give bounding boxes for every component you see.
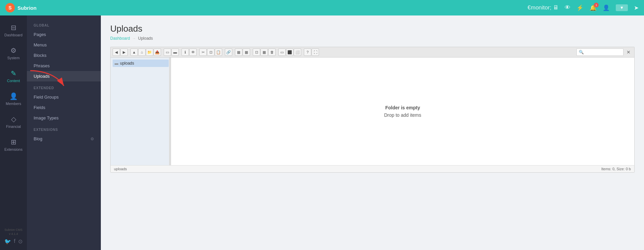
bell-icon[interactable]: 🔔 1 bbox=[590, 4, 597, 11]
content-area: Uploads Dashboard → Uploads ◀ ▶ ▲ ⌂ 📁 📤 … bbox=[101, 15, 644, 250]
breadcrumb-separator: → bbox=[132, 36, 136, 41]
fm-main-area: Folder is empty Drop to add items bbox=[171, 58, 634, 165]
sidebar-item-label-members: Members bbox=[6, 102, 21, 106]
fm-fullscreen-btn[interactable]: ⛶ bbox=[312, 48, 319, 56]
file-manager-body: ▬ uploads Folder is empty Drop to add it… bbox=[111, 58, 634, 165]
breadcrumb-home[interactable]: Dashboard bbox=[110, 36, 130, 41]
fm-copy-btn[interactable]: ⊡ bbox=[207, 48, 214, 56]
sidebar-item-label-extensions: Extensions bbox=[4, 147, 23, 151]
sidebar-item-label-dashboard: Dashboard bbox=[4, 33, 23, 37]
fm-upload-btn[interactable]: 📤 bbox=[154, 48, 161, 56]
members-icon: 👤 bbox=[9, 92, 18, 100]
fm-search-close[interactable]: ✕ bbox=[625, 48, 632, 56]
facebook-icon[interactable]: f bbox=[14, 238, 15, 245]
sidebar-menu-field-groups[interactable]: Field Groups bbox=[27, 92, 101, 102]
fm-forward-btn[interactable]: ▶ bbox=[120, 48, 128, 56]
dashboard-icon: ⊟ bbox=[11, 24, 16, 32]
fm-search-area: ✕ bbox=[576, 48, 632, 56]
sidebar-item-extensions[interactable]: ⊞ Extensions bbox=[0, 133, 27, 156]
fm-empty-title: Folder is empty bbox=[384, 105, 421, 110]
sidebar-icon-column: ⊟ Dashboard ⚙ System ✎ Content 👤 Members… bbox=[0, 15, 27, 250]
blog-gear-icon[interactable]: ⚙ bbox=[90, 137, 94, 141]
file-manager-toolbar: ◀ ▶ ▲ ⌂ 📁 📤 ▭ ▬ ℹ 👁 ✂ ⊡ 📋 🔗 ▦ bbox=[111, 47, 634, 58]
sidebar-menu-blog[interactable]: Blog ⚙ bbox=[27, 134, 101, 144]
sidebar-item-members[interactable]: 👤 Members bbox=[0, 87, 27, 110]
sidebar-item-dashboard[interactable]: ⊟ Dashboard bbox=[0, 19, 27, 42]
page-title: Uploads bbox=[110, 24, 635, 34]
fm-back-btn[interactable]: ◀ bbox=[113, 48, 120, 56]
fm-newfolder-btn[interactable]: 📁 bbox=[146, 48, 153, 56]
content-icon: ✎ bbox=[11, 69, 16, 77]
fm-grid1-btn[interactable]: ▦ bbox=[235, 48, 242, 56]
topbar: S Subrion €monitor; 🖥 👁 ⚡ 🔔 1 👤 ▼ ➤ bbox=[0, 0, 644, 15]
bolt-icon[interactable]: ⚡ bbox=[576, 4, 583, 11]
logo-icon: S bbox=[5, 3, 15, 12]
global-section-label: GLOBAL bbox=[27, 19, 101, 29]
sidebar-menu-uploads[interactable]: Uploads bbox=[27, 71, 101, 81]
fm-tree-panel: ▬ uploads bbox=[111, 58, 171, 165]
fm-tree-uploads[interactable]: ▬ uploads bbox=[113, 60, 169, 67]
fm-resize2-btn[interactable]: ⬛ bbox=[286, 48, 293, 56]
sidebar-menu-column: GLOBAL Pages Menus Blocks Phrases Upload… bbox=[27, 15, 101, 250]
fm-preview-btn[interactable]: 👁 bbox=[189, 48, 197, 56]
breadcrumb: Dashboard → Uploads bbox=[110, 36, 635, 41]
fm-home-btn[interactable]: ⌂ bbox=[138, 48, 146, 56]
sidebar-version: Subrion CMS v 4.1.4 bbox=[0, 228, 27, 236]
fm-tree-item-label: uploads bbox=[120, 61, 134, 66]
sidebar-menu-menus[interactable]: Menus bbox=[27, 40, 101, 50]
fm-cut-btn[interactable]: ✂ bbox=[199, 48, 207, 56]
fm-status-folder: uploads bbox=[114, 167, 127, 171]
system-icon: ⚙ bbox=[10, 46, 16, 55]
logo-text: Subrion bbox=[17, 5, 37, 11]
logo: S Subrion bbox=[5, 3, 37, 12]
fm-paste-btn[interactable]: 📋 bbox=[215, 48, 222, 56]
eye-icon[interactable]: 👁 bbox=[565, 4, 570, 11]
fm-resize-handle[interactable] bbox=[169, 58, 171, 165]
main-layout: ⊟ Dashboard ⚙ System ✎ Content 👤 Members… bbox=[0, 15, 644, 250]
sidebar-menu-phrases[interactable]: Phrases bbox=[27, 61, 101, 71]
extensions-section-label: EXTENSIONS bbox=[27, 123, 101, 134]
user-name: ▼ bbox=[620, 5, 624, 10]
folder-icon: ▬ bbox=[115, 61, 118, 65]
fm-link-btn[interactable]: 🔗 bbox=[225, 48, 232, 56]
notification-badge: 1 bbox=[594, 3, 599, 7]
fm-status-info: Items: 0, Size: 0 b bbox=[601, 167, 631, 171]
fm-empty-state: Folder is empty Drop to add items bbox=[384, 105, 421, 118]
fm-grid2-btn[interactable]: ▦ bbox=[243, 48, 250, 56]
extensions-icon: ⊞ bbox=[11, 138, 16, 146]
user-menu[interactable]: ▼ bbox=[616, 4, 628, 11]
sidebar-item-content[interactable]: ✎ Content bbox=[0, 65, 27, 87]
blog-label: Blog bbox=[34, 136, 42, 141]
sidebar-item-label-content: Content bbox=[7, 79, 20, 83]
sidebar-item-system[interactable]: ⚙ System bbox=[0, 42, 27, 65]
fm-delete-btn[interactable]: 🗑 bbox=[268, 48, 276, 56]
sidebar-menu-image-types[interactable]: Image Types bbox=[27, 113, 101, 123]
sidebar: ⊟ Dashboard ⚙ System ✎ Content 👤 Members… bbox=[0, 15, 101, 250]
twitter-icon[interactable]: 🐦 bbox=[4, 238, 11, 245]
sidebar-inner: ⊟ Dashboard ⚙ System ✎ Content 👤 Members… bbox=[0, 15, 101, 250]
github-icon[interactable]: ⊙ bbox=[18, 238, 23, 245]
fm-help-btn[interactable]: ? bbox=[304, 48, 311, 56]
fm-selectall-btn[interactable]: ▦ bbox=[260, 48, 268, 56]
sidebar-item-label-system: System bbox=[7, 56, 20, 60]
user-icon[interactable]: 👤 bbox=[603, 4, 610, 11]
file-manager: ◀ ▶ ▲ ⌂ 📁 📤 ▭ ▬ ℹ 👁 ✂ ⊡ 📋 🔗 ▦ bbox=[110, 47, 635, 173]
fm-view2-btn[interactable]: ▬ bbox=[171, 48, 179, 56]
sidebar-item-label-financial: Financial bbox=[6, 124, 21, 129]
fm-up-btn[interactable]: ▲ bbox=[130, 48, 138, 56]
fm-empty-subtitle: Drop to add items bbox=[384, 112, 421, 118]
sidebar-item-financial[interactable]: ◇ Financial bbox=[0, 110, 27, 133]
sidebar-menu-fields[interactable]: Fields bbox=[27, 102, 101, 113]
fm-info-btn[interactable]: ℹ bbox=[182, 48, 189, 56]
fm-select-btn[interactable]: ⊡ bbox=[253, 48, 260, 56]
monitor-icon[interactable]: €monitor; 🖥 bbox=[528, 4, 559, 11]
fm-resize1-btn[interactable]: ▭ bbox=[278, 48, 286, 56]
fm-view1-btn[interactable]: ▭ bbox=[164, 48, 171, 56]
extended-section-label: EXTENDED bbox=[27, 81, 101, 92]
sidebar-menu-blocks[interactable]: Blocks bbox=[27, 50, 101, 61]
fm-search-input[interactable] bbox=[576, 48, 623, 56]
financial-icon: ◇ bbox=[11, 115, 16, 123]
sidebar-menu-pages[interactable]: Pages bbox=[27, 29, 101, 40]
fm-resize3-btn[interactable]: ⬜ bbox=[294, 48, 301, 56]
signout-icon[interactable]: ➤ bbox=[634, 4, 639, 11]
